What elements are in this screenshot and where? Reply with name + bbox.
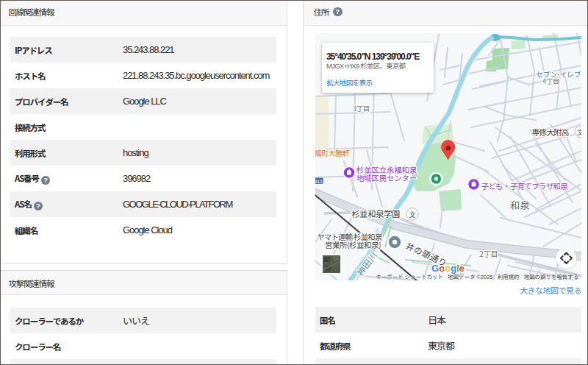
svg-text:子ども・子育てプラザ和泉: 子ども・子育てプラザ和泉 bbox=[481, 180, 569, 191]
svg-text:文: 文 bbox=[577, 127, 581, 137]
svg-text:3丁目: 3丁目 bbox=[353, 103, 370, 113]
svg-text:専修大附高: 専修大附高 bbox=[531, 126, 569, 138]
svg-text:文: 文 bbox=[409, 209, 416, 219]
svg-text:地域区民センター: 地域区民センター bbox=[356, 172, 417, 183]
svg-text:和泉: 和泉 bbox=[510, 197, 530, 212]
svg-text:福町大勝軒: 福町大勝軒 bbox=[315, 147, 349, 158]
svg-text:413: 413 bbox=[315, 180, 323, 184]
svg-text:営業所(杉並和泉): 営業所(杉並和泉) bbox=[325, 239, 381, 250]
svg-text:2丁目: 2丁目 bbox=[479, 248, 498, 259]
svg-text:4丁目: 4丁目 bbox=[542, 76, 559, 86]
svg-text:杉並和泉学園: 杉並和泉学園 bbox=[351, 208, 400, 219]
